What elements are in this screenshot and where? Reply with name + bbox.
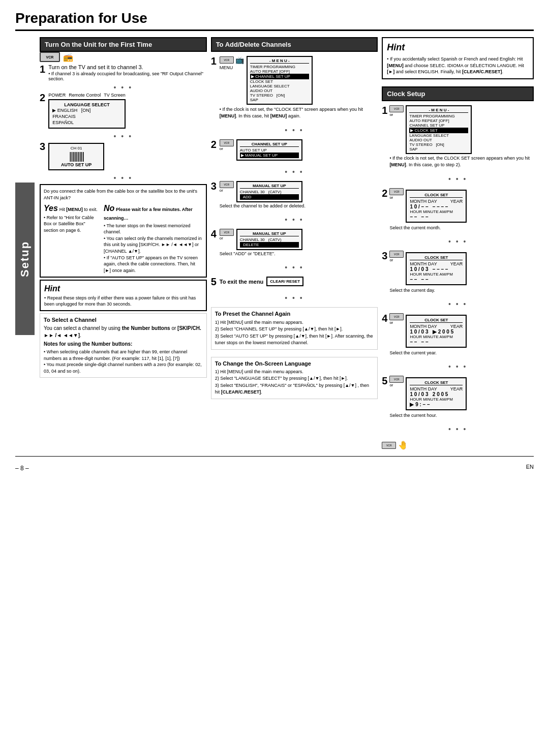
- clock-row-month-day-2: MONTH DAY YEAR: [410, 199, 463, 204]
- small-tv-icon: 📺: [235, 56, 244, 64]
- channel-30-catv-4: CHANNEL 30 (CATV): [240, 237, 299, 242]
- mid-step5-row: 5 To exit the menu CLEAR/ RESET: [211, 277, 378, 287]
- mid-step4-icons: VCR or: [220, 229, 234, 240]
- r-dotted-4: • • •: [382, 362, 534, 371]
- right-step5-content: VCR or CLOCK SET MONTH DAY YEAR 1 0 / 0 …: [389, 376, 467, 418]
- device-icons-row: VCR 📻: [40, 52, 207, 62]
- right-step2-row: 2 VCR or CLOCK SET MONTH DAY: [382, 188, 534, 230]
- menu-item-sap: SAP: [250, 98, 309, 102]
- delete-item: DELETE: [240, 242, 299, 248]
- clear-reset-button: CLEAR/ RESET: [266, 277, 303, 286]
- mini-icons-r2: VCR: [389, 188, 404, 195]
- right-step2-note: Select the current month.: [389, 225, 467, 230]
- add-item: ADD: [240, 194, 299, 200]
- right-step5-inner: VCR or CLOCK SET MONTH DAY YEAR 1 0 / 0 …: [389, 376, 467, 412]
- clock-val-4: 1 0 / 0 3 ▶ 2 0 0 5: [410, 329, 463, 335]
- mid-step4-num: 4: [211, 229, 217, 239]
- step1-num: 1: [40, 64, 45, 74]
- preset-step-1: 1) Hit [MENU] until the main menu appear…: [215, 319, 374, 326]
- lang-step-1: 1) Hit [MENU] until the main menu appear…: [215, 369, 374, 376]
- clock-hm-val-2: – – – –: [410, 214, 463, 220]
- right-step1-icons: VCR or: [389, 105, 404, 117]
- menu-item-clock: CLOCK SET: [250, 79, 309, 84]
- yes-block: Yes Hit [MENU] to exit. • Refer to "Hint…: [44, 203, 100, 233]
- r-menu-timer: TIMER PROGRAMMING: [409, 114, 468, 118]
- step3-row: 3 CH 01 ||||||||| AUTO SET UP: [40, 141, 207, 172]
- small-vcr-r2: VCR: [389, 188, 404, 195]
- remote-label: Remote Control: [69, 93, 101, 98]
- mid-step3-inner: VCR or MANUAL SET UP CHANNEL 30 (CATV) A…: [220, 181, 306, 202]
- right-step2-content: VCR or CLOCK SET MONTH DAY YEAR 1 0 / – …: [389, 188, 467, 230]
- clock-screen-3: CLOCK SET MONTH DAY YEAR 1 0 / 0 3 – – –…: [406, 252, 467, 285]
- mid-step2-inner: VCR or CHANNEL SET UP AUTO SET UP ▶ MANU…: [220, 139, 302, 161]
- hint-italic-title: Hint: [44, 283, 202, 294]
- right-hint-box: Hint • If you accidentally select Spanis…: [382, 37, 534, 79]
- clock-screen-5: CLOCK SET MONTH DAY YEAR 1 0 / 0 3 2 0 0…: [406, 377, 467, 410]
- mid-step1-row: 1 VCR 📺 MENU - M E N U -: [211, 56, 378, 119]
- no-block: No Please wait for a few minutes. After …: [104, 203, 203, 274]
- mid-step5-num: 5: [211, 277, 217, 287]
- small-vcr-r5: VCR: [389, 376, 404, 383]
- menu-btn-label: MENU: [220, 65, 244, 70]
- step1-content: Turn on the TV and set it to channel 3. …: [48, 64, 207, 81]
- clock-row-5: MONTH DAY YEAR: [410, 386, 463, 391]
- small-vcr-r1: VCR: [389, 105, 404, 112]
- manual-setup-title: MANUAL SET UP: [240, 184, 299, 189]
- mid-step1-inner: VCR 📺 MENU - M E N U - TIMER PROGRAMMING…: [220, 56, 378, 105]
- month-day-label-3: MONTH DAY: [410, 261, 437, 266]
- turn-on-header: Turn On the Unit for the First Time: [40, 37, 207, 52]
- year-label-3: YEAR: [450, 261, 463, 266]
- step2-screen: LANGUAGE SELECT ▶ ENGLISH [ON] FRANCAIS …: [48, 99, 126, 129]
- preset-title: To Preset the Channel Again: [215, 310, 374, 318]
- mid-step4-note: Select "ADD" or "DELETE".: [220, 251, 302, 256]
- clock-hm-label-4: HOUR MINUTE AM/PM: [410, 335, 463, 339]
- preset-step-3: 3) Select "AUTO SET UP" by pressing [▲/▼…: [215, 333, 374, 347]
- right-hint-title: Hint: [387, 41, 529, 54]
- clock-hm-val-3: – – – –: [410, 277, 463, 282]
- mid-step3-screen: MANUAL SET UP CHANNEL 30 (CATV) ADD: [236, 181, 302, 202]
- number-note-2: • You must precede single-digit channel …: [44, 361, 203, 374]
- en-label: EN: [526, 464, 534, 470]
- preset-step-2: 2) Select "CHANNEL SET UP" by pressing […: [215, 326, 374, 333]
- mid-step3-icons: VCR or: [220, 181, 234, 193]
- small-vcr-4: VCR: [220, 229, 234, 236]
- r-menu-audio: AUDIO OUT: [409, 138, 468, 142]
- right-step5-num: 5: [382, 376, 387, 386]
- small-vcr-2: VCR: [220, 139, 234, 146]
- menu-item-audio: AUDIO OUT: [250, 88, 309, 93]
- clock-hm-label-3: HOUR MINUTE AM/PM: [410, 272, 463, 277]
- step2-row: 2 POWER Remote Control TV Screen LANGUAG…: [40, 93, 207, 130]
- manual-setup-item: ▶ MANUAL SET UP: [240, 153, 299, 158]
- dotted-divider-3: • • •: [40, 174, 207, 182]
- clock-val-5: 1 0 / 0 3 2 0 0 5: [410, 391, 463, 397]
- menu-item-autorepeat: AUTO REPEAT [OFF]: [250, 69, 309, 74]
- clock-hm-val-5: ▶ 9 : – –: [410, 402, 463, 407]
- right-step4-inner: VCR or CLOCK SET MONTH DAY YEAR 1 0 / 0 …: [389, 313, 467, 349]
- change-language-title: To Change the On-Screen Language: [215, 360, 374, 368]
- small-vcr-3: VCR: [220, 181, 234, 188]
- menu-item-timer: TIMER PROGRAMMING: [250, 65, 309, 69]
- mid-step4-inner: VCR or MANUAL SET UP CHANNEL 30 (CATV) D…: [220, 229, 302, 250]
- right-step1-screen: - M E N U - TIMER PROGRAMMING AUTO REPEA…: [406, 105, 472, 154]
- lang-step-2: 2) Select "LANGUAGE SELECT" by pressing …: [215, 375, 374, 382]
- mid-step3-note: Select the channel to be added or delete…: [220, 203, 306, 208]
- ch01-label: CH 01: [52, 146, 100, 150]
- right-step4-icons: VCR or: [389, 313, 404, 325]
- mini-icons-r1: VCR: [389, 105, 404, 112]
- lang-english: ▶ ENGLISH [ON]: [52, 107, 121, 113]
- language-select-title: LANGUAGE SELECT: [52, 102, 121, 107]
- mid-step1-num: 1: [211, 56, 217, 66]
- left-column: Turn On the Unit for the First Time VCR …: [40, 37, 207, 450]
- mid-dotted-4: • • •: [211, 263, 378, 271]
- mid-dotted-1: • • •: [211, 126, 378, 134]
- clock-hm-label-2: HOUR MINUTE AM/PM: [410, 209, 463, 214]
- right-step1-inner: VCR or - M E N U - TIMER PROGRAMMING AUT…: [389, 105, 534, 154]
- menu-item-channel-setup: ▶ CHANNEL SET UP: [250, 74, 309, 79]
- lang-francais: FRANCAIS: [52, 113, 121, 119]
- year-label-2: YEAR: [450, 199, 463, 204]
- mid-step2-screen: CHANNEL SET UP AUTO SET UP ▶ MANUAL SET …: [236, 139, 302, 161]
- auto-setup-item: AUTO SET UP: [240, 148, 299, 153]
- yes-text: Hit [MENU] to exit.: [59, 207, 98, 212]
- right-step3-icons: VCR or: [389, 251, 404, 262]
- right-step2-inner: VCR or CLOCK SET MONTH DAY YEAR 1 0 / – …: [389, 188, 467, 224]
